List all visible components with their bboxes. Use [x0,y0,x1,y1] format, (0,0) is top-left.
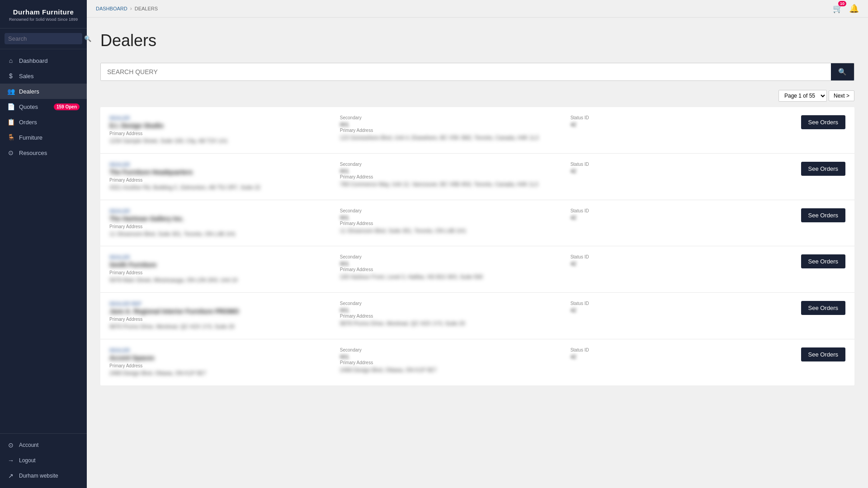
dealer-status-col: Status ID 42 [571,254,792,267]
dealer-status-col: Status ID 42 [571,162,792,174]
breadcrumb-parent[interactable]: Dashboard [96,6,127,11]
dealer-primary-address: 4321 Another Rd, Building C, Edmonton, A… [109,184,331,192]
dealer-name: The Hartman Gallery Inc. [109,215,331,222]
dealer-shipping-address: 2468 Design Blvd, Ottawa, ON K1P 5E7 [340,366,561,374]
secondary-id: 001 [340,354,561,360]
sidebar-item-sales[interactable]: $ Sales [0,68,87,84]
sidebar-bottom-durham-website[interactable]: ↗ Durham website [0,468,87,483]
sidebar-label-sales: Sales [19,73,34,80]
dealer-primary-address: 2468 Design Blvd, Ottawa, ON K1P 5E7 [109,370,331,377]
dealers-list: DEALER D.I. Design Studio Primary Addres… [100,107,854,385]
sidebar-label-dashboard: Dashboard [19,57,48,64]
sidebar-item-dashboard[interactable]: ⌂ Dashboard [0,53,87,68]
next-page-button[interactable]: Next > [829,90,854,101]
page-title: Dealers [100,31,854,50]
shipping-address-label: Primary Address [340,360,561,365]
dealer-row: DEALER The Hartman Gallery Inc. Primary … [100,200,854,247]
primary-address-label: Primary Address [109,317,331,322]
pagination-control: Page 1 of 55 Next > [778,90,854,102]
page-select[interactable]: Page 1 of 55 [778,90,827,102]
dealer-info-col: DEALER Accent Spaces Primary Address 246… [109,347,331,377]
dealer-shipping-col: Secondary 001 Primary Address 123 Somewh… [340,115,561,142]
dealer-id: DEALER [109,347,331,353]
dealer-primary-address: 11 Showroom Blvd, Suite 301, Toronto, ON… [109,230,331,238]
dealer-shipping-col: Secondary 001 Primary Address 9876 Promo… [340,301,561,328]
dealer-primary-address: 9876 Promo Drive, Montreal, QC H2X 1Y3, … [109,323,331,331]
dealer-id: DEALER [109,208,331,214]
sidebar-item-orders[interactable]: 📋 Orders [0,114,87,130]
secondary-label: Secondary [340,115,561,120]
see-orders-button[interactable]: See Orders [801,162,845,176]
dealer-row: DEALER REP Jane A. Regional Interior Fur… [100,293,854,339]
notifications-button[interactable]: 🔔 [849,4,859,14]
dealer-row: DEALER D.I. Design Studio Primary Addres… [100,107,854,154]
status-val: 42 [571,168,792,174]
dealer-primary-address: 5678 Main Street, Mississauga, ON L5N 2K… [109,277,331,284]
pagination-row: Page 1 of 55 Next > [100,90,854,102]
cart-button[interactable]: 🛒 10 [833,4,843,14]
dealer-row: DEALER The Furniture Headquarters Primar… [100,154,854,200]
dealer-info-col: DEALER Smith Furniture Primary Address 5… [109,254,331,284]
see-orders-col: See Orders [801,208,846,222]
sidebar-bottom-account[interactable]: ⊙ Account [0,437,87,453]
dealer-shipping-col: Secondary 001 Primary Address 100 Harbou… [340,254,561,281]
shipping-address-label: Primary Address [340,174,561,179]
sidebar-bottom-label-logout: Logout [19,457,36,464]
primary-address-label: Primary Address [109,363,331,368]
search-input[interactable] [8,35,84,42]
status-label: Status ID [571,162,792,167]
see-orders-col: See Orders [801,115,846,129]
secondary-id: 001 [340,307,561,314]
see-orders-button[interactable]: See Orders [801,254,845,268]
search-button[interactable]: 🔍 [84,35,91,42]
sidebar-bottom-logout[interactable]: → Logout [0,453,87,468]
sidebar-item-resources[interactable]: ⊙ Resources [0,145,87,160]
durham-website-icon: ↗ [7,472,14,479]
shipping-address-label: Primary Address [340,314,561,319]
dealer-info-col: DEALER The Hartman Gallery Inc. Primary … [109,208,331,238]
status-label: Status ID [571,115,792,120]
see-orders-button[interactable]: See Orders [801,301,845,315]
sidebar-logo: Durham Furniture Renowned for Solid Wood… [0,0,87,28]
quotes-icon: 📄 [7,103,14,110]
dealer-search-row: 🔍 [100,63,854,81]
dealer-shipping-address: 11 Showroom Blvd, Suite 301, Toronto, ON… [340,227,561,235]
breadcrumb: Dashboard › Dealers [96,5,158,12]
orders-icon: 📋 [7,118,14,126]
sidebar-search-area: 🔍 [0,28,87,49]
see-orders-button[interactable]: See Orders [801,115,845,129]
dealer-search-button[interactable]: 🔍 [831,63,854,80]
status-label: Status ID [571,347,792,352]
status-val: 42 [571,307,792,314]
sidebar-bottom-label-durham-website: Durham website [19,473,58,479]
see-orders-button[interactable]: See Orders [801,347,845,361]
shipping-address-label: Primary Address [340,128,561,133]
sidebar-item-dealers[interactable]: 👥 Dealers [0,84,87,99]
sidebar-item-furniture[interactable]: 🪑 Furniture [0,130,87,145]
status-val: 42 [571,122,792,128]
shipping-address-label: Primary Address [340,221,561,226]
dealer-name: The Furniture Headquarters [109,169,331,176]
see-orders-col: See Orders [801,347,846,361]
status-val: 42 [571,215,792,221]
see-orders-button[interactable]: See Orders [801,208,845,222]
primary-address-label: Primary Address [109,131,331,136]
sidebar-nav: ⌂ Dashboard $ Sales 👥 Dealers 📄 Quotes 1… [0,49,87,433]
brand-sub: Renowned for Solid Wood Since 1899 [7,17,80,22]
sidebar-label-orders: Orders [19,119,37,126]
dealer-name: Jane A. Regional Interior Furniture PROM… [109,308,331,315]
primary-address-label: Primary Address [109,178,331,183]
dealer-shipping-address: 100 Harbour Front, Level 3, Halifax, NS … [340,273,561,281]
status-label: Status ID [571,208,792,213]
sidebar: Durham Furniture Renowned for Solid Wood… [0,0,87,488]
sidebar-item-quotes[interactable]: 📄 Quotes 159 Open [0,99,87,114]
dealer-status-col: Status ID 42 [571,301,792,314]
furniture-icon: 🪑 [7,134,14,141]
sidebar-label-quotes: Quotes [19,103,38,110]
main-content: Dashboard › Dealers 🛒 10 🔔 Dealers 🔍 [87,0,868,488]
resources-icon: ⊙ [7,149,14,156]
dealer-shipping-col: Secondary 001 Primary Address 789 Commer… [340,162,561,188]
dealer-search-input[interactable] [101,63,831,80]
cart-badge: 10 [838,1,846,6]
dealer-search-wrap: 🔍 [100,63,854,81]
